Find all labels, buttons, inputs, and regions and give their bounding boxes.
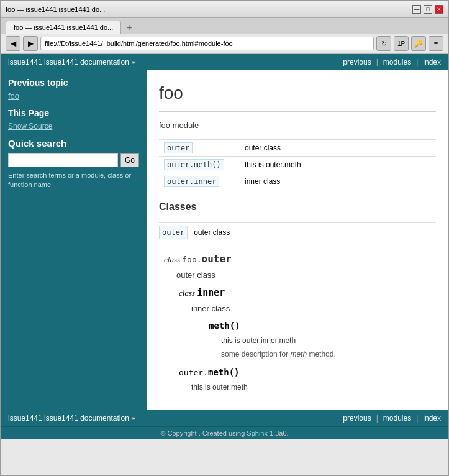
class-foo-outer: class foo.outer outer class class inner … (159, 252, 436, 393)
table-row: outer outer class (159, 139, 436, 156)
bottom-nav-links: previous | modules | index (343, 414, 441, 423)
table-row: outer.meth() this is outer.meth (159, 156, 436, 173)
meth-sig: meth() (209, 319, 436, 332)
page-wrapper: issue1441 issue1441 documentation » prev… (1, 54, 448, 439)
search-row: Go (8, 153, 139, 167)
title-bar: foo — issue1441 issue1441 do... — □ ✕ (1, 1, 448, 18)
new-tab-button[interactable]: + (121, 22, 137, 34)
doc-title: foo (159, 80, 436, 112)
active-tab[interactable]: foo — issue1441 issue1441 do... (6, 21, 121, 34)
class-outer-desc: outer class (176, 269, 436, 281)
meth-block: meth() this is outer.inner.meth some des… (209, 319, 436, 360)
inner-class-sig: class inner (179, 286, 436, 300)
inner-desc: inner class (191, 303, 436, 315)
key-button[interactable]: 🔑 (411, 36, 426, 51)
meth-extra: some description for meth method. (221, 349, 436, 360)
summary-link-2[interactable]: outer.meth() (164, 159, 224, 170)
summary-desc-3: inner class (240, 173, 436, 190)
refresh-button[interactable]: ↻ (376, 36, 391, 51)
sphinx-link[interactable]: Sphinx (247, 429, 268, 437)
outer-meth-block: outer.meth() this is outer.meth (179, 366, 436, 393)
outer-summary: outer outer class (159, 222, 436, 242)
outer-summary-link[interactable]: outer (159, 226, 188, 239)
back-button[interactable]: ◀ (6, 36, 20, 51)
meth-extra-suffix: method. (307, 350, 336, 359)
maximize-button[interactable]: □ (424, 5, 432, 14)
meth-desc: this is outer.inner.meth (221, 335, 436, 346)
search-hint: Enter search terms or a module, class or… (8, 171, 139, 190)
class-module: foo. (182, 255, 201, 264)
address-input[interactable] (40, 37, 374, 50)
prev-topic-heading: Previous topic (8, 78, 139, 88)
classes-heading: Classes (159, 199, 436, 217)
meth-extra-em: meth (290, 350, 307, 359)
show-source-link[interactable]: Show Source (8, 122, 139, 130)
summary-desc-2: this is outer.meth (240, 156, 436, 173)
table-row: outer.inner inner class (159, 173, 436, 190)
previous-link-top[interactable]: previous (343, 58, 371, 66)
prev-topic-link[interactable]: foo (8, 91, 139, 101)
forward-button[interactable]: ▶ (23, 36, 38, 51)
go-button[interactable]: Go (120, 153, 139, 167)
doc-main: foo foo module outer outer class outer.m… (147, 70, 448, 410)
inner-classname: inner (197, 287, 225, 298)
summary-desc-1: outer class (240, 139, 436, 156)
class-outer-name: outer (202, 253, 232, 265)
this-page-heading: This Page (8, 108, 139, 118)
outer-meth-sig: outer.meth() (179, 366, 436, 379)
address-bar-row: ◀ ▶ ↻ 1P 🔑 ≡ (1, 34, 448, 54)
outer-meth-name: meth() (208, 367, 240, 377)
modules-link-top[interactable]: modules (383, 58, 411, 66)
summary-link-1[interactable]: outer (164, 142, 193, 153)
modules-link-bottom[interactable]: modules (383, 414, 411, 423)
minimize-button[interactable]: — (412, 5, 421, 14)
breadcrumb-bottom: issue1441 issue1441 documentation » (8, 414, 135, 423)
top-nav: issue1441 issue1441 documentation » prev… (1, 54, 448, 70)
outer-meth-prefix: outer. (179, 368, 208, 377)
summary-link-3[interactable]: outer.inner (164, 176, 219, 187)
copyright-text: © Copyright . Created using Sphinx 1.3a0… (160, 429, 288, 437)
outer-meth-desc: this is outer.meth (191, 382, 436, 393)
index-link-bottom[interactable]: index (423, 414, 441, 423)
quick-search-heading: Quick search (8, 138, 139, 149)
menu-button[interactable]: ≡ (429, 36, 443, 51)
search-input[interactable] (8, 153, 118, 167)
bottom-nav: issue1441 issue1441 documentation » prev… (1, 410, 448, 426)
copyright-bar: © Copyright . Created using Sphinx 1.3a0… (1, 426, 448, 439)
inner-class: class inner inner class meth() this is o… (179, 286, 436, 360)
sidebar: Previous topic foo This Page Show Source… (1, 70, 147, 410)
meth-extra-prefix: some description for (221, 350, 290, 359)
summary-table: outer outer class outer.meth() this is o… (159, 139, 436, 190)
index-link-top[interactable]: index (423, 58, 441, 66)
outer-summary-desc: outer class (194, 227, 230, 238)
1p-button[interactable]: 1P (394, 36, 409, 51)
top-nav-links: previous | modules | index (343, 58, 441, 66)
tab-title: foo — issue1441 issue1441 do... (6, 6, 105, 13)
class-outer-sig: class foo.outer (164, 252, 436, 267)
breadcrumb-top: issue1441 issue1441 documentation » (8, 58, 135, 66)
inner-keyword: class (179, 288, 197, 298)
content-area: Previous topic foo This Page Show Source… (1, 70, 448, 410)
class-keyword: class (164, 255, 182, 264)
previous-link-bottom[interactable]: previous (343, 414, 371, 423)
tab-bar: foo — issue1441 issue1441 do... + (1, 18, 448, 34)
close-button[interactable]: ✕ (435, 5, 443, 14)
doc-subtitle: foo module (159, 119, 436, 132)
